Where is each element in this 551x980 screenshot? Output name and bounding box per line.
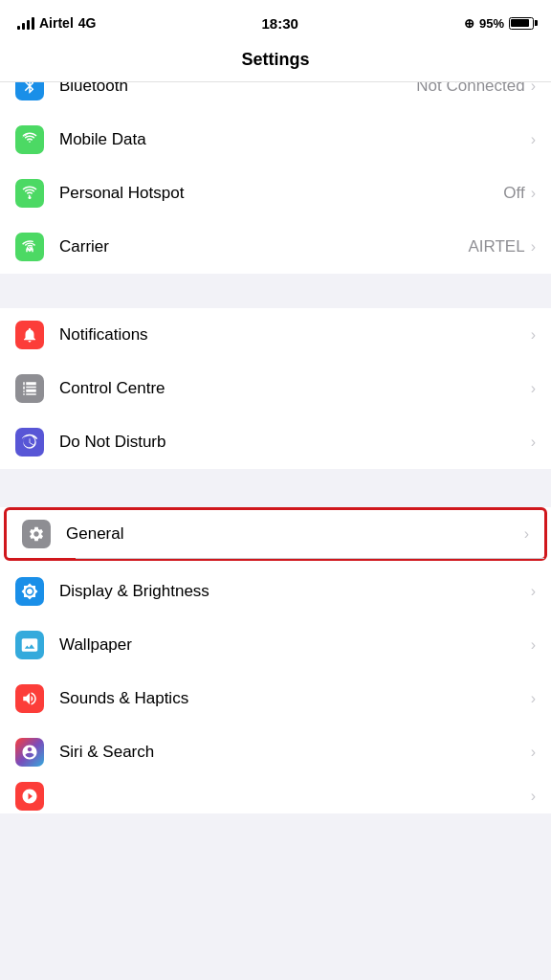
display-brightness-icon bbox=[21, 583, 38, 600]
control-centre-icon bbox=[21, 380, 38, 397]
gear-icon bbox=[28, 525, 45, 543]
page-title: Settings bbox=[241, 50, 309, 69]
mobile-data-chevron: › bbox=[531, 132, 536, 147]
general-row-content: General › bbox=[66, 524, 529, 544]
wallpaper-value: › bbox=[531, 637, 536, 653]
settings-row-control-centre[interactable]: Control Centre › bbox=[0, 362, 551, 415]
settings-row-sounds-haptics[interactable]: Sounds & Haptics › bbox=[0, 672, 551, 725]
sounds-haptics-icon-bg bbox=[15, 684, 44, 713]
separator-1 bbox=[0, 274, 551, 308]
display-brightness-chevron: › bbox=[531, 584, 536, 599]
settings-row-bluetooth[interactable]: Bluetooth Not Connected › bbox=[0, 82, 551, 113]
wallpaper-chevron: › bbox=[531, 637, 536, 653]
notifications-row-content: Notifications › bbox=[59, 325, 536, 345]
personal-hotspot-label: Personal Hotspot bbox=[59, 184, 184, 203]
navigation-bar: Settings bbox=[0, 42, 551, 82]
separator-2 bbox=[0, 469, 551, 503]
battery-icon bbox=[509, 17, 534, 30]
wallpaper-label: Wallpaper bbox=[59, 635, 132, 655]
do-not-disturb-value: › bbox=[531, 434, 536, 450]
personal-hotspot-icon-bg bbox=[15, 179, 44, 208]
personal-hotspot-chevron: › bbox=[531, 186, 536, 201]
carrier-network: Airtel 4G bbox=[17, 15, 96, 31]
display-brightness-value: › bbox=[531, 584, 536, 599]
general-group: General › Display & Brightness › Wallpap… bbox=[0, 507, 551, 813]
carrier-label: Airtel bbox=[39, 15, 74, 31]
siri-search-row-content: Siri & Search › bbox=[59, 743, 536, 762]
notifications-label: Notifications bbox=[59, 325, 148, 345]
bluetooth-value: Not Connected › bbox=[416, 82, 536, 96]
bottom-row-content: › bbox=[59, 789, 536, 804]
notifications-value: › bbox=[531, 327, 536, 343]
settings-row-notifications[interactable]: Notifications › bbox=[0, 308, 551, 362]
settings-row-mobile-data[interactable]: Mobile Data › bbox=[0, 113, 551, 167]
mobile-data-row-content: Mobile Data › bbox=[59, 130, 536, 149]
network-group: Mobile Data › Personal Hotspot Off › bbox=[0, 113, 551, 274]
notifications-icon-bg bbox=[15, 321, 44, 349]
location-icon: ⊕ bbox=[464, 16, 474, 31]
display-brightness-row-content: Display & Brightness › bbox=[59, 582, 536, 601]
bluetooth-row-content: Bluetooth Not Connected › bbox=[59, 82, 536, 96]
bottom-row-icon bbox=[21, 788, 38, 805]
sounds-haptics-icon bbox=[21, 690, 38, 707]
control-centre-icon-bg bbox=[15, 374, 44, 403]
mobile-data-label: Mobile Data bbox=[59, 130, 146, 149]
personal-hotspot-status: Off bbox=[503, 184, 524, 203]
bottom-row-chevron: › bbox=[531, 789, 536, 804]
display-brightness-icon-bg bbox=[15, 577, 44, 606]
wallpaper-row-content: Wallpaper › bbox=[59, 635, 536, 655]
settings-row-display-brightness[interactable]: Display & Brightness › bbox=[0, 565, 551, 618]
network-type: 4G bbox=[78, 15, 97, 31]
settings-row-do-not-disturb[interactable]: Do Not Disturb › bbox=[0, 415, 551, 469]
sounds-haptics-label: Sounds & Haptics bbox=[59, 689, 188, 708]
general-icon-bg bbox=[22, 520, 51, 548]
control-centre-value: › bbox=[531, 381, 536, 396]
notifications-chevron: › bbox=[531, 327, 536, 343]
settings-row-wallpaper[interactable]: Wallpaper › bbox=[0, 618, 551, 672]
carrier-label-row: Carrier bbox=[59, 237, 109, 256]
settings-row-siri-search[interactable]: Siri & Search › bbox=[0, 725, 551, 779]
carrier-value: AIRTEL › bbox=[468, 237, 536, 256]
general-chevron: › bbox=[524, 526, 529, 542]
control-centre-label: Control Centre bbox=[59, 379, 165, 398]
bottom-row-value: › bbox=[531, 789, 536, 804]
mobile-data-icon bbox=[21, 131, 38, 148]
personal-hotspot-row-content: Personal Hotspot Off › bbox=[59, 184, 536, 203]
status-bar: Airtel 4G 18:30 ⊕ 95% bbox=[0, 0, 551, 42]
wallpaper-icon bbox=[21, 636, 38, 654]
mobile-data-value: › bbox=[531, 132, 536, 147]
notifications-icon bbox=[21, 326, 38, 344]
settings-row-general[interactable]: General › bbox=[4, 507, 547, 561]
bluetooth-status: Not Connected bbox=[416, 82, 524, 96]
settings-row-carrier[interactable]: Carrier AIRTEL › bbox=[0, 220, 551, 274]
carrier-chevron: › bbox=[531, 239, 536, 255]
carrier-row-content: Carrier AIRTEL › bbox=[59, 237, 536, 256]
signal-icon bbox=[17, 16, 34, 30]
general-value: › bbox=[524, 526, 529, 542]
battery-area: ⊕ 95% bbox=[464, 16, 534, 31]
battery-percent: 95% bbox=[479, 16, 504, 31]
siri-search-value: › bbox=[531, 745, 536, 760]
siri-search-icon bbox=[21, 744, 38, 761]
personal-hotspot-value: Off › bbox=[503, 184, 536, 203]
time-display: 18:30 bbox=[262, 15, 298, 32]
bluetooth-label: Bluetooth bbox=[59, 82, 128, 96]
sounds-haptics-value: › bbox=[531, 691, 536, 706]
settings-row-bottom-partial[interactable]: › bbox=[0, 779, 551, 813]
general-label: General bbox=[66, 524, 123, 544]
settings-row-personal-hotspot[interactable]: Personal Hotspot Off › bbox=[0, 167, 551, 220]
carrier-icon-bg bbox=[15, 233, 44, 261]
bottom-row-icon-bg bbox=[15, 782, 44, 811]
bluetooth-chevron: › bbox=[531, 82, 536, 94]
wallpaper-icon-bg bbox=[15, 631, 44, 659]
do-not-disturb-row-content: Do Not Disturb › bbox=[59, 433, 536, 452]
control-centre-chevron: › bbox=[531, 381, 536, 396]
do-not-disturb-chevron: › bbox=[531, 434, 536, 450]
bluetooth-icon bbox=[21, 82, 38, 95]
sounds-haptics-row-content: Sounds & Haptics › bbox=[59, 689, 536, 708]
carrier-icon bbox=[21, 238, 38, 256]
bluetooth-icon-bg bbox=[15, 82, 44, 100]
bluetooth-partial-group: Bluetooth Not Connected › bbox=[0, 82, 551, 113]
mobile-data-icon-bg bbox=[15, 125, 44, 154]
notifications-group: Notifications › Control Centre › Do Not … bbox=[0, 308, 551, 469]
